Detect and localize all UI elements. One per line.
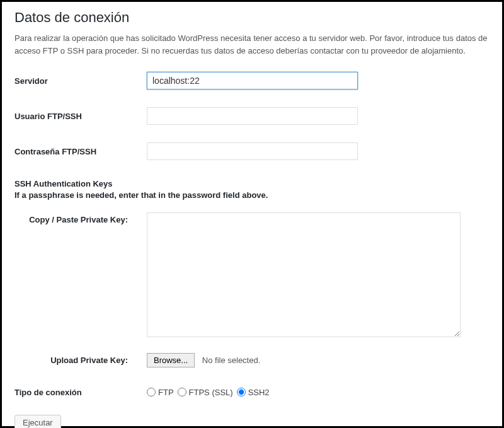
- submit-button[interactable]: Ejecutar: [14, 415, 61, 429]
- intro-text: Para realizar la operación que has solic…: [14, 32, 490, 57]
- page-title: Datos de conexión: [14, 9, 490, 26]
- password-label: Contraseña FTP/SSH: [14, 147, 147, 156]
- hostname-label: Servidor: [14, 76, 147, 86]
- username-input[interactable]: [147, 107, 358, 125]
- password-input[interactable]: [147, 142, 358, 160]
- radio-ssh2-item: SSH2: [237, 388, 270, 397]
- ssh-keys-section: SSH Authentication Keys If a passphrase …: [14, 178, 490, 200]
- submit-row: Ejecutar: [14, 415, 490, 429]
- radio-ftp[interactable]: [147, 388, 156, 396]
- radio-ftp-label[interactable]: FTP: [158, 388, 174, 397]
- hostname-row: Servidor: [14, 72, 490, 90]
- password-row: Contraseña FTP/SSH: [14, 142, 490, 160]
- hostname-input[interactable]: [147, 72, 358, 90]
- ssh-keys-heading: SSH Authentication Keys: [14, 178, 490, 190]
- upload-key-row: Upload Private Key: Browse... No file se…: [14, 353, 490, 367]
- connection-info-panel: Datos de conexión Para realizar la opera…: [0, 0, 504, 428]
- ssh-keys-sub: If a passphrase is needed, enter that in…: [14, 190, 490, 200]
- file-status: No file selected.: [202, 356, 261, 365]
- upload-key-label: Upload Private Key:: [14, 356, 147, 365]
- username-row: Usuario FTP/SSH: [14, 107, 490, 125]
- connection-type-row: Tipo de conexión FTP FTPS (SSL) SSH2: [14, 388, 490, 397]
- connection-type-label: Tipo de conexión: [14, 388, 147, 397]
- radio-ftps[interactable]: [178, 388, 186, 396]
- private-key-label: Copy / Paste Private Key:: [14, 212, 147, 224]
- username-label: Usuario FTP/SSH: [14, 112, 147, 121]
- radio-ssh2[interactable]: [237, 388, 246, 396]
- browse-button[interactable]: Browse...: [147, 353, 195, 367]
- radio-ftp-item: FTP: [147, 388, 174, 397]
- radio-ssh2-label[interactable]: SSH2: [248, 388, 270, 397]
- private-key-textarea[interactable]: [147, 212, 461, 337]
- radio-ftps-item: FTPS (SSL): [178, 388, 233, 397]
- private-key-row: Copy / Paste Private Key:: [14, 212, 490, 339]
- radio-ftps-label[interactable]: FTPS (SSL): [189, 388, 233, 397]
